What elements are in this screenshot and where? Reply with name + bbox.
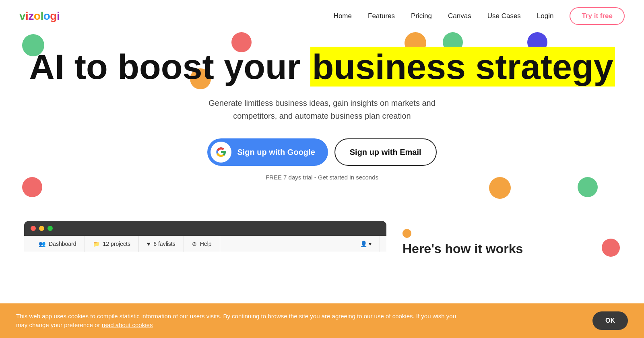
help-icon: ⊘ [192,241,197,247]
tab-favlists[interactable]: ♥ 6 favlists [139,236,184,252]
nav-home[interactable]: Home [334,12,352,20]
try-it-free-button[interactable]: Try it free [570,7,625,25]
user-avatar[interactable]: 👤 ▾ [352,236,380,252]
signup-email-button[interactable]: Sign up with Email [334,138,437,166]
browser-window: 👥 Dashboard 📁 12 projects ♥ 6 favlists ⊘… [24,221,386,252]
browser-bar [24,221,386,236]
nav-use-cases[interactable]: Use Cases [487,12,521,20]
nav-features[interactable]: Features [368,12,395,20]
how-dot [402,229,411,238]
heart-icon: ♥ [147,241,150,247]
deco-circle-bottom-right [602,239,620,257]
folder-icon: 📁 [93,241,100,247]
browser-dot-green [47,226,53,231]
google-icon [211,142,231,163]
nav-canvas[interactable]: Canvas [448,12,471,20]
nav-login[interactable]: Login [537,12,554,20]
dashboard-icon: 👥 [39,241,45,247]
browser-inner: 👥 Dashboard 📁 12 projects ♥ 6 favlists ⊘… [24,236,386,252]
navbar: vizologi Home Features Pricing Canvas Us… [0,0,644,32]
hero-title: AI to boost your business strategy [8,48,636,85]
nav-links: Home Features Pricing Canvas Use Cases L… [334,7,625,25]
browser-dot-red [31,226,36,231]
tab-help[interactable]: ⊘ Help [184,236,220,252]
trial-text: FREE 7 days trial - Get started in secon… [8,174,636,181]
tab-projects[interactable]: 📁 12 projects [85,236,139,252]
hero-subtitle: Generate limitless business ideas, gain … [201,97,443,122]
nav-pricing[interactable]: Pricing [411,12,432,20]
logo[interactable]: vizologi [19,10,60,23]
how-it-works-heading: Here's how it works [402,241,523,256]
preview-section: 👥 Dashboard 📁 12 projects ♥ 6 favlists ⊘… [0,205,644,264]
hero-buttons: Sign up with Google Sign up with Email [8,138,636,166]
how-it-works: Here's how it works [402,221,523,264]
signup-google-button[interactable]: Sign up with Google [207,138,328,166]
tab-dashboard[interactable]: 👥 Dashboard [31,236,85,252]
browser-tabs: 👥 Dashboard 📁 12 projects ♥ 6 favlists ⊘… [24,236,386,252]
browser-dot-yellow [39,226,44,231]
hero-section: AI to boost your business strategy Gener… [0,32,644,205]
